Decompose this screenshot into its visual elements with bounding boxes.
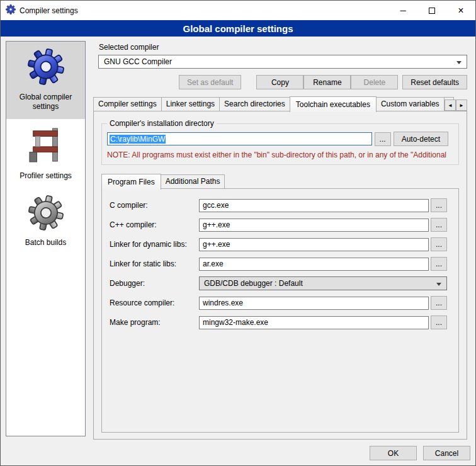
reset-defaults-button[interactable]: Reset defaults xyxy=(402,75,467,89)
dynamic-linker-label: Linker for dynamic libs: xyxy=(110,240,199,249)
sidebar-item-batch-builds[interactable]: Batch builds xyxy=(6,188,85,255)
main-content: Selected compiler GNU GCC Compiler Set a… xyxy=(93,41,472,440)
dialog-footer: OK Cancel xyxy=(370,446,470,460)
make-program-input[interactable] xyxy=(199,316,429,329)
field-row-debugger: Debugger: GDB/CDB debugger : Default xyxy=(110,276,447,290)
note-text: NOTE: All programs must exist either in … xyxy=(107,151,448,159)
tab-program-files[interactable]: Program Files xyxy=(101,174,161,190)
chevron-down-icon xyxy=(436,283,441,286)
browse-static-linker-button[interactable]: ... xyxy=(431,257,447,271)
dynamic-linker-input[interactable] xyxy=(199,238,429,251)
browse-cpp-compiler-button[interactable]: ... xyxy=(431,218,447,232)
field-row-dynamic-linker: Linker for dynamic libs: ... xyxy=(110,237,447,251)
tab-scroll-left-icon[interactable]: ◄ xyxy=(445,99,456,111)
installation-directory-group: Compiler's installation directory C:\ray… xyxy=(101,119,459,165)
browse-c-compiler-button[interactable]: ... xyxy=(431,198,447,212)
sidebar-item-label: Profiler settings xyxy=(20,171,72,181)
field-row-resource-compiler: Resource compiler: ... xyxy=(110,296,447,310)
tab-search-directories[interactable]: Search directories xyxy=(219,97,290,111)
cancel-button[interactable]: Cancel xyxy=(423,446,470,460)
debugger-value: GDB/CDB debugger : Default xyxy=(204,279,303,288)
tab-linker-settings[interactable]: Linker settings xyxy=(161,97,220,111)
installation-directory-legend: Compiler's installation directory xyxy=(107,119,217,128)
field-row-c-compiler: C compiler: ... xyxy=(110,198,447,212)
browse-make-program-button[interactable]: ... xyxy=(431,315,447,329)
title-bar: Compiler settings ─ × xyxy=(1,1,475,20)
installation-directory-row: C:\raylib\MinGW ... Auto-detect xyxy=(107,132,448,146)
page-title: Global compiler settings xyxy=(1,20,475,37)
tab-scroll-buttons: ◄ ► xyxy=(445,99,467,111)
selected-path-text: C:\raylib\MinGW xyxy=(110,135,166,144)
sidebar-item-global-compiler-settings[interactable]: Global compiler settings xyxy=(6,42,85,119)
compiler-button-row: Set as default Copy Rename Delete Reset … xyxy=(98,75,467,89)
debugger-combobox[interactable]: GDB/CDB debugger : Default xyxy=(199,276,447,290)
ok-button[interactable]: OK xyxy=(370,446,417,460)
compiler-settings-dialog: Compiler settings ─ × Global compiler se… xyxy=(0,0,476,466)
browse-resource-compiler-button[interactable]: ... xyxy=(431,296,447,310)
field-row-static-linker: Linker for static libs: ... xyxy=(110,257,447,271)
tab-custom-variables[interactable]: Custom variables xyxy=(376,97,445,111)
rename-button[interactable]: Rename xyxy=(303,75,351,89)
maximize-icon xyxy=(429,8,435,14)
window-title: Compiler settings xyxy=(20,6,78,15)
sidebar-item-profiler-settings[interactable]: Profiler settings xyxy=(6,119,85,188)
program-files-panel: C compiler: ... C++ compiler: ... Linker… xyxy=(101,188,459,433)
app-icon xyxy=(6,4,16,16)
toolchain-executables-panel: Compiler's installation directory C:\ray… xyxy=(93,111,467,440)
delete-button[interactable]: Delete xyxy=(351,75,398,89)
settings-sidebar: Global compiler settings Profiler settin… xyxy=(6,41,86,436)
cpp-compiler-input[interactable] xyxy=(199,219,429,232)
settings-tabstrip: Compiler settings Linker settings Search… xyxy=(93,97,467,111)
copy-button[interactable]: Copy xyxy=(256,75,303,89)
caption-buttons: ─ × xyxy=(388,1,475,20)
selected-compiler-value: GNU GCC Compiler xyxy=(104,57,172,66)
resource-compiler-input[interactable] xyxy=(199,297,429,310)
selected-compiler-combobox[interactable]: GNU GCC Compiler xyxy=(98,55,467,69)
tab-scroll-right-icon[interactable]: ► xyxy=(456,99,467,111)
installation-directory-input[interactable]: C:\raylib\MinGW xyxy=(107,132,372,145)
program-files-tabstrip: Program Files Additional Paths xyxy=(101,174,459,189)
cpp-compiler-label: C++ compiler: xyxy=(110,220,199,229)
maximize-button[interactable] xyxy=(417,1,446,20)
clamp-icon xyxy=(28,125,64,167)
make-program-label: Make program: xyxy=(110,318,199,327)
set-as-default-button[interactable]: Set as default xyxy=(179,75,241,89)
close-button[interactable]: × xyxy=(446,1,475,20)
sidebar-item-label: Global compiler settings xyxy=(8,93,83,111)
browse-directory-button[interactable]: ... xyxy=(375,132,391,146)
c-compiler-label: C compiler: xyxy=(110,201,199,210)
selected-compiler-label: Selected compiler xyxy=(99,43,472,52)
gray-gear-icon xyxy=(28,195,64,234)
minimize-button[interactable]: ─ xyxy=(388,1,417,20)
tab-additional-paths[interactable]: Additional Paths xyxy=(161,174,225,189)
chevron-down-icon xyxy=(456,61,462,64)
tab-toolchain-executables[interactable]: Toolchain executables xyxy=(290,96,377,112)
resource-compiler-label: Resource compiler: xyxy=(110,298,199,307)
field-row-make-program: Make program: ... xyxy=(110,315,447,329)
browse-dynamic-linker-button[interactable]: ... xyxy=(431,237,447,251)
static-linker-label: Linker for static libs: xyxy=(110,259,199,268)
c-compiler-input[interactable] xyxy=(199,199,429,212)
auto-detect-button[interactable]: Auto-detect xyxy=(394,132,448,146)
debugger-label: Debugger: xyxy=(110,279,199,288)
sidebar-item-label: Batch builds xyxy=(25,238,66,247)
field-row-cpp-compiler: C++ compiler: ... xyxy=(110,218,447,232)
static-linker-input[interactable] xyxy=(199,258,429,271)
tab-compiler-settings[interactable]: Compiler settings xyxy=(93,97,162,111)
blue-gear-icon xyxy=(27,48,65,88)
